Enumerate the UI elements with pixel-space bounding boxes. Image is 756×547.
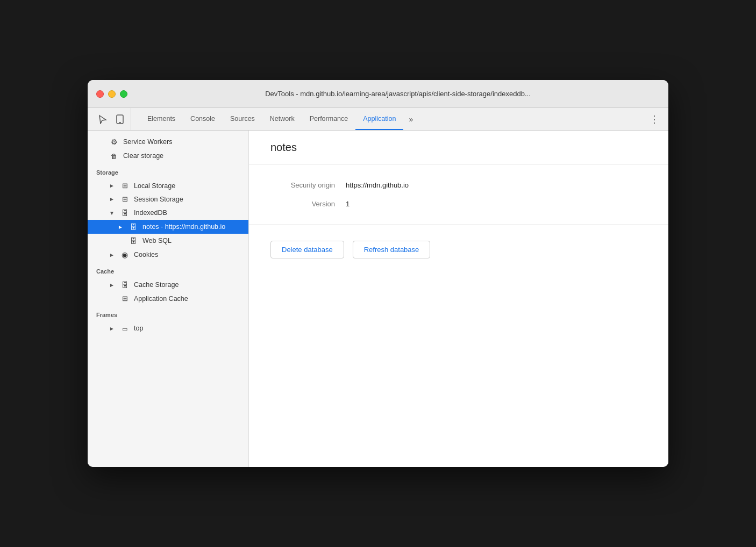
- toolbar-icons: [92, 108, 131, 130]
- tab-performance[interactable]: Performance: [302, 108, 356, 130]
- sidebar-item-cookies[interactable]: ► Cookies: [88, 248, 248, 262]
- grid-icon: ⊞: [120, 294, 130, 303]
- version-label: Version: [270, 200, 335, 208]
- sidebar-item-web-sql[interactable]: ► Web SQL: [88, 234, 248, 248]
- trash-icon: [109, 152, 119, 160]
- database-icon: [120, 208, 130, 217]
- grid-icon: ⊞: [120, 195, 130, 203]
- sidebar-item-notes-db[interactable]: ► notes - https://mdn.github.io: [88, 220, 248, 234]
- grid-icon: ⊞: [120, 182, 130, 190]
- expand-arrow: ►: [109, 252, 116, 258]
- main-content: Service Workers Clear storage Storage ► …: [88, 131, 668, 467]
- sidebar-item-cache-storage[interactable]: ► Cache Storage: [88, 278, 248, 292]
- tab-bar: Elements Console Sources Network Perform…: [88, 108, 668, 131]
- traffic-lights: [96, 90, 127, 98]
- delete-database-button[interactable]: Delete database: [270, 241, 344, 258]
- sidebar-item-service-workers[interactable]: Service Workers: [88, 135, 248, 149]
- menu-dots-button[interactable]: ⋮: [645, 108, 664, 130]
- title-bar: DevTools - mdn.github.io/learning-area/j…: [88, 80, 668, 108]
- security-label: Security origin: [270, 181, 335, 189]
- database-icon: [120, 280, 130, 289]
- panel-info: Security origin https://mdn.github.io Ve…: [249, 165, 668, 225]
- tab-network[interactable]: Network: [262, 108, 302, 130]
- cursor-icon[interactable]: [96, 113, 109, 126]
- more-tabs-button[interactable]: »: [403, 108, 418, 130]
- expand-arrow: ►: [109, 196, 116, 202]
- info-row-version: Version 1: [270, 200, 647, 208]
- tab-sources[interactable]: Sources: [223, 108, 262, 130]
- info-row-security: Security origin https://mdn.github.io: [270, 181, 647, 189]
- expand-arrow: ►: [109, 183, 116, 189]
- frame-icon: [120, 324, 130, 333]
- devtools-window: DevTools - mdn.github.io/learning-area/j…: [88, 80, 668, 467]
- expand-arrow: ►: [109, 326, 116, 332]
- sidebar-item-app-cache[interactable]: ► ⊞ Application Cache: [88, 292, 248, 305]
- refresh-database-button[interactable]: Refresh database: [353, 241, 431, 258]
- sidebar: Service Workers Clear storage Storage ► …: [88, 131, 249, 467]
- expand-arrow: ►: [118, 224, 124, 230]
- close-button[interactable]: [96, 90, 104, 98]
- sidebar-item-indexeddb[interactable]: ▼ IndexedDB: [88, 206, 248, 220]
- cookie-icon: [120, 250, 130, 259]
- minimize-button[interactable]: [108, 90, 116, 98]
- tab-console[interactable]: Console: [183, 108, 223, 130]
- panel-title: notes: [249, 131, 668, 165]
- frames-section-label: Frames: [88, 305, 248, 321]
- database-icon: [129, 236, 138, 245]
- right-panel: notes Security origin https://mdn.github…: [249, 131, 668, 467]
- storage-section-label: Storage: [88, 163, 248, 179]
- database-icon: [129, 222, 138, 231]
- tab-elements[interactable]: Elements: [140, 108, 183, 130]
- sidebar-item-clear-storage[interactable]: Clear storage: [88, 149, 248, 163]
- cache-section-label: Cache: [88, 262, 248, 278]
- version-value: 1: [346, 200, 350, 208]
- maximize-button[interactable]: [120, 90, 127, 98]
- sidebar-item-session-storage[interactable]: ► ⊞ Session Storage: [88, 192, 248, 206]
- mobile-icon[interactable]: [113, 113, 126, 126]
- tab-application[interactable]: Application: [355, 108, 403, 130]
- sidebar-item-top-frame[interactable]: ► top: [88, 321, 248, 335]
- panel-actions: Delete database Refresh database: [249, 225, 668, 275]
- collapse-arrow: ▼: [109, 210, 116, 216]
- window-title: DevTools - mdn.github.io/learning-area/j…: [136, 90, 660, 98]
- expand-arrow: ►: [109, 282, 116, 288]
- security-value: https://mdn.github.io: [346, 181, 409, 189]
- sidebar-item-local-storage[interactable]: ► ⊞ Local Storage: [88, 179, 248, 192]
- gear-icon: [109, 138, 119, 146]
